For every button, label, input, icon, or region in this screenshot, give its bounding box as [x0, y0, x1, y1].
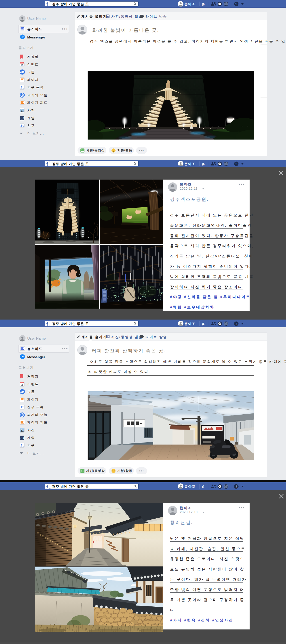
svg-text:?: ? [235, 322, 237, 325]
svg-text:?: ? [235, 162, 237, 166]
svg-text:?: ? [235, 484, 237, 488]
svg-text:25: 25 [21, 384, 23, 386]
svg-text:25: 25 [21, 64, 23, 66]
